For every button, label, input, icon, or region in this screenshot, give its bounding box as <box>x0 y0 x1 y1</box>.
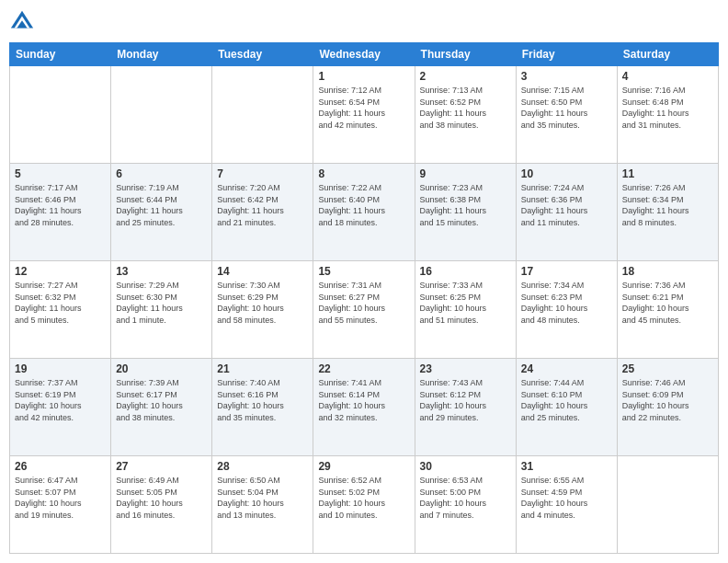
day-number: 12 <box>15 265 106 278</box>
week-row-4: 26Sunrise: 6:47 AMSunset: 5:07 PMDayligh… <box>10 456 719 554</box>
day-number: 2 <box>420 70 511 83</box>
day-info: Sunrise: 7:43 AMSunset: 6:12 PMDaylight:… <box>420 377 511 423</box>
day-number: 9 <box>420 167 511 180</box>
day-info: Sunrise: 6:50 AMSunset: 5:04 PMDaylight:… <box>217 475 308 521</box>
day-cell <box>617 456 718 554</box>
week-row-0: 1Sunrise: 7:12 AMSunset: 6:54 PMDaylight… <box>10 66 719 164</box>
day-number: 6 <box>116 167 207 180</box>
day-number: 14 <box>217 265 308 278</box>
day-info: Sunrise: 7:23 AMSunset: 6:38 PMDaylight:… <box>420 182 511 228</box>
week-row-2: 12Sunrise: 7:27 AMSunset: 6:32 PMDayligh… <box>10 261 719 359</box>
day-cell <box>10 66 111 164</box>
day-cell: 27Sunrise: 6:49 AMSunset: 5:05 PMDayligh… <box>111 456 212 554</box>
day-info: Sunrise: 7:40 AMSunset: 6:16 PMDaylight:… <box>217 377 308 423</box>
day-info: Sunrise: 6:52 AMSunset: 5:02 PMDaylight:… <box>318 475 409 521</box>
day-cell: 8Sunrise: 7:22 AMSunset: 6:40 PMDaylight… <box>313 164 415 261</box>
day-cell: 11Sunrise: 7:26 AMSunset: 6:34 PMDayligh… <box>617 164 718 261</box>
day-number: 21 <box>217 362 308 375</box>
day-cell: 20Sunrise: 7:39 AMSunset: 6:17 PMDayligh… <box>111 359 212 456</box>
header-sunday: Sunday <box>10 43 111 66</box>
day-number: 23 <box>420 362 511 375</box>
day-cell: 28Sunrise: 6:50 AMSunset: 5:04 PMDayligh… <box>212 456 313 554</box>
day-info: Sunrise: 6:49 AMSunset: 5:05 PMDaylight:… <box>116 475 207 521</box>
day-number: 22 <box>318 362 409 375</box>
day-cell: 30Sunrise: 6:53 AMSunset: 5:00 PMDayligh… <box>415 456 516 554</box>
day-number: 30 <box>420 460 511 473</box>
header-wednesday: Wednesday <box>313 43 415 66</box>
day-number: 8 <box>318 167 409 180</box>
day-cell: 9Sunrise: 7:23 AMSunset: 6:38 PMDaylight… <box>415 164 516 261</box>
day-number: 29 <box>318 460 409 473</box>
day-cell: 10Sunrise: 7:24 AMSunset: 6:36 PMDayligh… <box>516 164 617 261</box>
day-cell: 2Sunrise: 7:13 AMSunset: 6:52 PMDaylight… <box>415 66 516 164</box>
day-number: 28 <box>217 460 308 473</box>
day-info: Sunrise: 6:55 AMSunset: 4:59 PMDaylight:… <box>521 475 612 521</box>
day-number: 10 <box>521 167 612 180</box>
day-info: Sunrise: 6:53 AMSunset: 5:00 PMDaylight:… <box>420 475 511 521</box>
day-cell: 1Sunrise: 7:12 AMSunset: 6:54 PMDaylight… <box>313 66 415 164</box>
day-info: Sunrise: 7:36 AMSunset: 6:21 PMDaylight:… <box>622 280 713 326</box>
day-cell <box>212 66 313 164</box>
day-cell: 23Sunrise: 7:43 AMSunset: 6:12 PMDayligh… <box>415 359 516 456</box>
day-number: 5 <box>15 167 106 180</box>
day-info: Sunrise: 7:24 AMSunset: 6:36 PMDaylight:… <box>521 182 612 228</box>
day-info: Sunrise: 7:29 AMSunset: 6:30 PMDaylight:… <box>116 280 207 326</box>
day-info: Sunrise: 7:27 AMSunset: 6:32 PMDaylight:… <box>15 280 106 326</box>
day-info: Sunrise: 7:17 AMSunset: 6:46 PMDaylight:… <box>15 182 106 228</box>
header-thursday: Thursday <box>415 43 516 66</box>
day-info: Sunrise: 7:30 AMSunset: 6:29 PMDaylight:… <box>217 280 308 326</box>
day-info: Sunrise: 7:22 AMSunset: 6:40 PMDaylight:… <box>318 182 409 228</box>
day-info: Sunrise: 7:39 AMSunset: 6:17 PMDaylight:… <box>116 377 207 423</box>
day-number: 15 <box>318 265 409 278</box>
day-number: 13 <box>116 265 207 278</box>
day-info: Sunrise: 7:12 AMSunset: 6:54 PMDaylight:… <box>318 85 409 131</box>
day-number: 18 <box>622 265 713 278</box>
day-number: 16 <box>420 265 511 278</box>
week-row-3: 19Sunrise: 7:37 AMSunset: 6:19 PMDayligh… <box>10 359 719 456</box>
day-number: 17 <box>521 265 612 278</box>
weekday-header-row: Sunday Monday Tuesday Wednesday Thursday… <box>10 43 719 66</box>
day-cell: 12Sunrise: 7:27 AMSunset: 6:32 PMDayligh… <box>10 261 111 359</box>
day-number: 31 <box>521 460 612 473</box>
day-info: Sunrise: 7:41 AMSunset: 6:14 PMDaylight:… <box>318 377 409 423</box>
day-info: Sunrise: 7:34 AMSunset: 6:23 PMDaylight:… <box>521 280 612 326</box>
day-cell: 19Sunrise: 7:37 AMSunset: 6:19 PMDayligh… <box>10 359 111 456</box>
day-cell: 14Sunrise: 7:30 AMSunset: 6:29 PMDayligh… <box>212 261 313 359</box>
day-number: 3 <box>521 70 612 83</box>
header-tuesday: Tuesday <box>212 43 313 66</box>
day-cell: 22Sunrise: 7:41 AMSunset: 6:14 PMDayligh… <box>313 359 415 456</box>
day-cell: 13Sunrise: 7:29 AMSunset: 6:30 PMDayligh… <box>111 261 212 359</box>
day-cell: 15Sunrise: 7:31 AMSunset: 6:27 PMDayligh… <box>313 261 415 359</box>
day-info: Sunrise: 6:47 AMSunset: 5:07 PMDaylight:… <box>15 475 106 521</box>
calendar-table: Sunday Monday Tuesday Wednesday Thursday… <box>9 42 719 554</box>
day-number: 24 <box>521 362 612 375</box>
day-number: 4 <box>622 70 713 83</box>
day-cell: 4Sunrise: 7:16 AMSunset: 6:48 PMDaylight… <box>617 66 718 164</box>
day-info: Sunrise: 7:16 AMSunset: 6:48 PMDaylight:… <box>622 85 713 131</box>
day-info: Sunrise: 7:15 AMSunset: 6:50 PMDaylight:… <box>521 85 612 131</box>
day-info: Sunrise: 7:26 AMSunset: 6:34 PMDaylight:… <box>622 182 713 228</box>
day-cell: 18Sunrise: 7:36 AMSunset: 6:21 PMDayligh… <box>617 261 718 359</box>
week-row-1: 5Sunrise: 7:17 AMSunset: 6:46 PMDaylight… <box>10 164 719 261</box>
day-info: Sunrise: 7:13 AMSunset: 6:52 PMDaylight:… <box>420 85 511 131</box>
day-cell: 6Sunrise: 7:19 AMSunset: 6:44 PMDaylight… <box>111 164 212 261</box>
day-number: 27 <box>116 460 207 473</box>
day-info: Sunrise: 7:46 AMSunset: 6:09 PMDaylight:… <box>622 377 713 423</box>
day-number: 20 <box>116 362 207 375</box>
day-cell: 24Sunrise: 7:44 AMSunset: 6:10 PMDayligh… <box>516 359 617 456</box>
header <box>9 9 719 35</box>
day-info: Sunrise: 7:31 AMSunset: 6:27 PMDaylight:… <box>318 280 409 326</box>
day-number: 11 <box>622 167 713 180</box>
day-number: 19 <box>15 362 106 375</box>
header-saturday: Saturday <box>617 43 718 66</box>
day-number: 7 <box>217 167 308 180</box>
day-cell: 17Sunrise: 7:34 AMSunset: 6:23 PMDayligh… <box>516 261 617 359</box>
day-cell: 5Sunrise: 7:17 AMSunset: 6:46 PMDaylight… <box>10 164 111 261</box>
calendar-page: Sunday Monday Tuesday Wednesday Thursday… <box>0 0 728 563</box>
day-number: 1 <box>318 70 409 83</box>
day-number: 25 <box>622 362 713 375</box>
day-cell: 25Sunrise: 7:46 AMSunset: 6:09 PMDayligh… <box>617 359 718 456</box>
day-cell: 16Sunrise: 7:33 AMSunset: 6:25 PMDayligh… <box>415 261 516 359</box>
day-cell: 26Sunrise: 6:47 AMSunset: 5:07 PMDayligh… <box>10 456 111 554</box>
day-number: 26 <box>15 460 106 473</box>
